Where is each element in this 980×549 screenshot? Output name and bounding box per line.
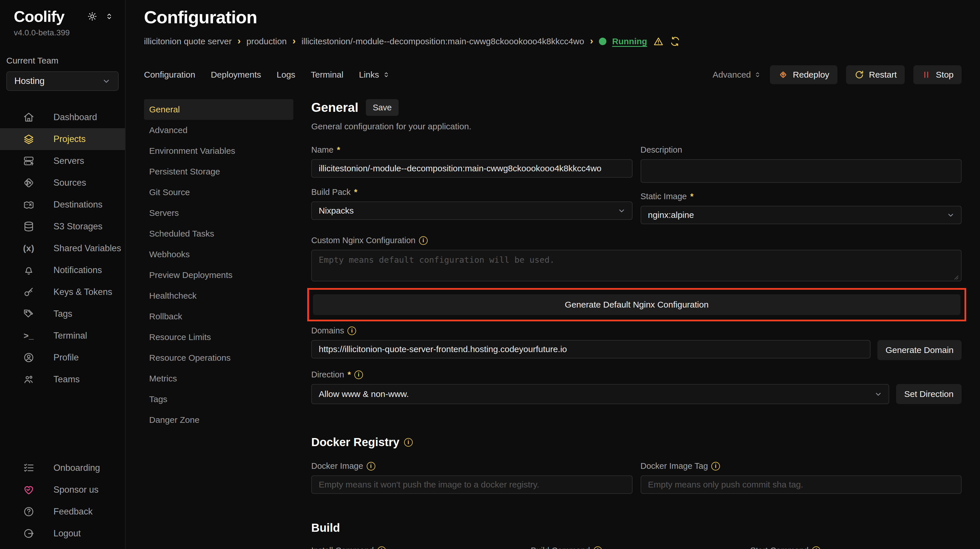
status-badge[interactable]: Running: [612, 37, 647, 46]
subnav-resource-operations[interactable]: Resource Operations: [144, 347, 293, 368]
sidebar-item-tags[interactable]: Tags: [0, 303, 125, 325]
sidebar: Coolify v4.0.0-beta.399 Current Team Hos…: [0, 0, 126, 549]
sidebar-item-destinations[interactable]: Destinations: [0, 194, 125, 216]
info-icon[interactable]: i: [593, 546, 602, 549]
docker-image-tag-input[interactable]: [641, 476, 962, 494]
team-select[interactable]: Hosting: [6, 71, 119, 91]
breadcrumb: illicitonion quote server › production ›…: [144, 36, 962, 47]
info-icon[interactable]: i: [347, 326, 356, 335]
sidebar-item-logout[interactable]: Logout: [0, 522, 125, 544]
updown-chevrons-icon: [754, 71, 761, 78]
sidebar-item-profile[interactable]: Profile: [0, 347, 125, 369]
subnav-rollback[interactable]: Rollback: [144, 306, 293, 327]
warning-triangle-icon[interactable]: [653, 36, 664, 47]
layers-icon: [22, 134, 35, 145]
info-icon[interactable]: i: [354, 371, 363, 379]
question-circle-icon: [22, 506, 35, 517]
sidebar-item-dashboard[interactable]: Dashboard: [0, 107, 125, 128]
sidebar-item-feedback[interactable]: Feedback: [0, 501, 125, 522]
generate-default-nginx-button[interactable]: Generate Default Nginx Configuration: [313, 294, 961, 315]
save-button[interactable]: Save: [366, 99, 399, 116]
custom-nginx-textarea[interactable]: [311, 250, 962, 282]
subnav-healthcheck[interactable]: Healthcheck: [144, 285, 293, 306]
subnav-environment-variables[interactable]: Environment Variables: [144, 140, 293, 161]
main-content: Configuration illicitonion quote server …: [126, 0, 980, 549]
sidebar-item-shared-variables[interactable]: (x) Shared Variables: [0, 237, 125, 259]
chevron-down-icon: [102, 77, 111, 85]
info-icon[interactable]: i: [367, 462, 375, 471]
sidebar-item-sources[interactable]: Sources: [0, 172, 125, 194]
docker-image-label: Docker Image i: [311, 461, 633, 471]
build-pack-select[interactable]: Nixpacks: [311, 202, 633, 220]
info-icon[interactable]: i: [812, 546, 821, 549]
set-direction-button[interactable]: Set Direction: [896, 384, 962, 404]
refresh-icon[interactable]: [670, 36, 681, 47]
sidebar-item-terminal[interactable]: >_ Terminal: [0, 325, 125, 347]
checklist-icon: [22, 462, 35, 474]
advanced-menu[interactable]: Advanced: [713, 70, 761, 80]
theme-select-chevrons-icon[interactable]: [105, 12, 113, 21]
subnav-scheduled-tasks[interactable]: Scheduled Tasks: [144, 223, 293, 244]
current-team-label: Current Team: [6, 56, 125, 65]
restart-button[interactable]: Restart: [846, 65, 905, 84]
sidebar-item-keys-tokens[interactable]: Keys & Tokens: [0, 281, 125, 303]
tab-configuration[interactable]: Configuration: [144, 70, 195, 80]
logout-icon: [22, 528, 35, 539]
subnav-resource-limits[interactable]: Resource Limits: [144, 327, 293, 347]
info-icon[interactable]: i: [419, 236, 428, 245]
breadcrumb-environment[interactable]: production: [246, 37, 286, 46]
sidebar-item-projects[interactable]: Projects: [0, 128, 125, 150]
header-actions: Advanced Redeploy Restart: [713, 65, 962, 84]
subnav-tags[interactable]: Tags: [144, 389, 293, 410]
sidebar-item-servers[interactable]: Servers: [0, 150, 125, 172]
info-icon[interactable]: i: [377, 546, 386, 549]
subnav-servers[interactable]: Servers: [144, 203, 293, 223]
team-select-value: Hosting: [14, 76, 45, 86]
description-input[interactable]: [641, 159, 962, 183]
info-icon[interactable]: i: [711, 462, 720, 471]
chevron-down-icon: [947, 211, 955, 219]
sidebar-item-teams[interactable]: Teams: [0, 369, 125, 390]
tag-icon: [22, 308, 35, 320]
resize-grip-icon[interactable]: [952, 273, 959, 280]
name-input[interactable]: [311, 159, 633, 178]
docker-image-input[interactable]: [311, 476, 633, 494]
app-logo[interactable]: Coolify: [14, 8, 64, 25]
breadcrumb-project[interactable]: illicitonion quote server: [144, 37, 232, 46]
sidebar-item-sponsor-us[interactable]: Sponsor us: [0, 479, 125, 501]
git-source-icon: [22, 177, 35, 189]
direction-select[interactable]: Allow www & non-www.: [311, 384, 889, 404]
redeploy-button[interactable]: Redeploy: [770, 65, 837, 84]
start-command-label: Start Command i: [750, 546, 962, 549]
theme-toggle-sun-icon[interactable]: [87, 11, 97, 22]
info-icon[interactable]: i: [404, 438, 413, 447]
subnav-metrics[interactable]: Metrics: [144, 368, 293, 389]
generate-domain-button[interactable]: Generate Domain: [877, 340, 962, 360]
tab-logs[interactable]: Logs: [277, 70, 296, 80]
home-icon: [22, 111, 35, 123]
build-title: Build: [311, 521, 962, 534]
users-icon: [22, 374, 35, 385]
subnav-webhooks[interactable]: Webhooks: [144, 244, 293, 265]
chevron-right-icon: ›: [293, 35, 296, 46]
subnav-persistent-storage[interactable]: Persistent Storage: [144, 161, 293, 182]
custom-nginx-label: Custom Nginx Configuration i: [311, 236, 962, 245]
tab-terminal[interactable]: Terminal: [311, 70, 344, 80]
map-icon: [22, 199, 35, 210]
tab-deployments[interactable]: Deployments: [211, 70, 261, 80]
subnav-preview-deployments[interactable]: Preview Deployments: [144, 265, 293, 285]
sidebar-item-onboarding[interactable]: Onboarding: [0, 457, 125, 479]
coolify-configuration-page: Coolify v4.0.0-beta.399 Current Team Hos…: [0, 0, 980, 549]
subnav-danger-zone[interactable]: Danger Zone: [144, 410, 293, 430]
subnav-git-source[interactable]: Git Source: [144, 182, 293, 203]
terminal-icon: >_: [22, 331, 35, 341]
subnav-general[interactable]: General: [144, 99, 293, 120]
subnav-advanced[interactable]: Advanced: [144, 120, 293, 140]
sidebar-item-s3-storages[interactable]: S3 Storages: [0, 216, 125, 237]
tab-links[interactable]: Links: [359, 70, 390, 80]
domains-input[interactable]: [311, 340, 870, 358]
static-image-select[interactable]: nginx:alpine: [641, 206, 962, 224]
stop-button[interactable]: Stop: [913, 65, 962, 84]
breadcrumb-application[interactable]: illicitestonion/-module--decomposition:m…: [301, 37, 584, 46]
sidebar-item-notifications[interactable]: Notifications: [0, 259, 125, 281]
